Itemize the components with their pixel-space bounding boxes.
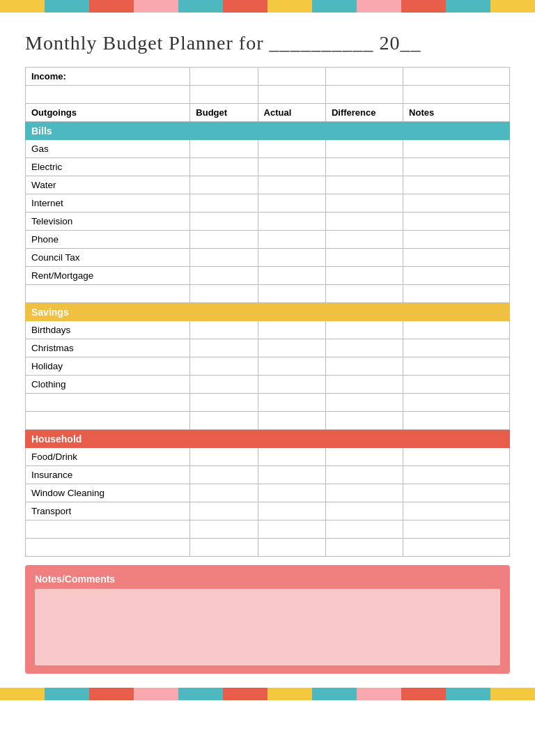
row-birthdays: Birthdays <box>26 321 510 339</box>
row-food-drink: Food/Drink <box>26 448 510 466</box>
household-label: Household <box>26 430 510 448</box>
income-actual[interactable] <box>258 68 325 86</box>
spacer-household-2 <box>26 539 510 557</box>
label-window-cleaning: Window Cleaning <box>26 484 190 502</box>
gas-actual[interactable] <box>258 140 325 158</box>
notes-box-title: Notes/Comments <box>35 573 500 585</box>
spacer-savings-1 <box>26 394 510 412</box>
page-title: Monthly Budget Planner for __________ 20… <box>0 13 535 67</box>
row-council-tax: Council Tax <box>26 249 510 267</box>
label-gas: Gas <box>26 140 190 158</box>
savings-label: Savings <box>26 303 510 321</box>
section-household: Household <box>26 430 510 448</box>
row-clothing: Clothing <box>26 376 510 394</box>
label-holiday: Holiday <box>26 357 190 376</box>
label-electric: Electric <box>26 158 190 176</box>
label-christmas: Christmas <box>26 339 190 357</box>
section-savings: Savings <box>26 303 510 321</box>
notes-comments-box: Notes/Comments <box>25 565 510 674</box>
income-notes[interactable] <box>403 68 510 86</box>
spacer-savings-2 <box>26 412 510 430</box>
label-phone: Phone <box>26 231 190 249</box>
page: Monthly Budget Planner for __________ 20… <box>0 0 535 756</box>
notes-box-content[interactable] <box>35 589 500 665</box>
main-content: Income: Outgoings Budget Actual Differen… <box>0 67 535 688</box>
income-diff[interactable] <box>325 68 403 86</box>
gas-diff[interactable] <box>325 140 403 158</box>
header-difference: Difference <box>325 104 403 122</box>
label-water: Water <box>26 176 190 194</box>
top-color-bar <box>0 0 535 13</box>
row-gas: Gas <box>26 140 510 158</box>
income-budget[interactable] <box>190 68 258 86</box>
label-clothing: Clothing <box>26 376 190 394</box>
label-food-drink: Food/Drink <box>26 448 190 466</box>
income-label: Income: <box>26 68 190 86</box>
bills-label: Bills <box>26 122 510 140</box>
row-christmas: Christmas <box>26 339 510 357</box>
spacer-household-1 <box>26 520 510 539</box>
gas-budget[interactable] <box>190 140 258 158</box>
row-phone: Phone <box>26 231 510 249</box>
label-internet: Internet <box>26 194 190 213</box>
row-holiday: Holiday <box>26 357 510 376</box>
bottom-color-bar <box>0 688 535 700</box>
header-notes: Notes <box>403 104 510 122</box>
income-row: Income: <box>26 68 510 86</box>
gas-notes[interactable] <box>403 140 510 158</box>
row-television: Television <box>26 213 510 231</box>
title-text: Monthly Budget Planner for __________ 20… <box>25 32 421 54</box>
row-transport: Transport <box>26 502 510 520</box>
row-window-cleaning: Window Cleaning <box>26 484 510 502</box>
column-headers: Outgoings Budget Actual Difference Notes <box>26 104 510 122</box>
spacer-row-1 <box>26 86 510 104</box>
row-water: Water <box>26 176 510 194</box>
row-internet: Internet <box>26 194 510 213</box>
label-insurance: Insurance <box>26 466 190 484</box>
budget-table: Income: Outgoings Budget Actual Differen… <box>25 67 510 557</box>
spacer-bills <box>26 285 510 303</box>
section-bills: Bills <box>26 122 510 140</box>
header-actual: Actual <box>258 104 325 122</box>
label-council-tax: Council Tax <box>26 249 190 267</box>
header-outgoings: Outgoings <box>26 104 190 122</box>
label-rent-mortgage: Rent/Mortgage <box>26 267 190 285</box>
row-rent-mortgage: Rent/Mortgage <box>26 267 510 285</box>
label-television: Television <box>26 213 190 231</box>
label-birthdays: Birthdays <box>26 321 190 339</box>
row-electric: Electric <box>26 158 510 176</box>
header-budget: Budget <box>190 104 258 122</box>
label-transport: Transport <box>26 502 190 520</box>
row-insurance: Insurance <box>26 466 510 484</box>
